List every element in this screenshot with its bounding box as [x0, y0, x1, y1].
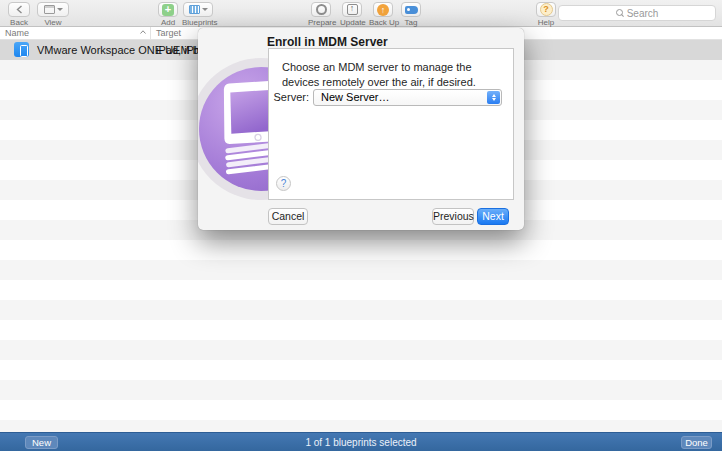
column-divider	[150, 27, 151, 40]
update-label: Update	[340, 18, 364, 27]
help-button[interactable]: ? Help	[536, 2, 556, 27]
update-arrow-icon	[347, 4, 358, 15]
backup-button[interactable]: ↑ Back Up	[369, 2, 397, 27]
search-placeholder: Search	[627, 8, 659, 19]
add-label: Add	[157, 18, 179, 27]
backup-label: Back Up	[369, 18, 397, 27]
help-question-icon: ?	[540, 3, 553, 16]
back-button[interactable]: Back	[7, 2, 31, 27]
status-bar: 1 of 1 blueprints selected New Done	[0, 432, 722, 451]
view-label: View	[36, 18, 70, 27]
blueprint-device-icon	[14, 42, 29, 57]
tag-label: Tag	[401, 18, 421, 27]
blueprints-button[interactable]: Blueprints	[182, 2, 214, 27]
dialog-title: Enroll in MDM Server	[267, 35, 388, 49]
tag-icon	[405, 6, 418, 14]
prepare-button[interactable]: Prepare	[308, 2, 334, 27]
popup-stepper-icon	[487, 91, 500, 104]
back-label: Back	[7, 18, 31, 27]
new-button[interactable]: New	[25, 436, 58, 449]
dialog-help-button[interactable]: ?	[276, 176, 291, 191]
add-button[interactable]: + Add	[157, 2, 179, 27]
add-plus-icon: +	[162, 4, 174, 16]
backup-arrow-icon: ↑	[377, 4, 389, 16]
next-button[interactable]: Next	[477, 208, 509, 225]
help-label: Help	[536, 18, 556, 27]
dialog-description: Choose an MDM server to manage the devic…	[282, 60, 504, 91]
blueprints-label: Blueprints	[182, 18, 214, 27]
chevron-down-icon	[202, 8, 208, 11]
blueprints-grid-icon	[189, 5, 200, 14]
enroll-mdm-dialog: Enroll in MDM Server Choose an MDM serve…	[198, 28, 524, 230]
server-popup[interactable]: New Server…	[313, 89, 502, 106]
server-label: Server:	[269, 91, 309, 103]
cancel-button[interactable]: Cancel	[268, 208, 308, 225]
view-grid-icon	[44, 5, 55, 14]
prepare-label: Prepare	[308, 18, 334, 27]
column-header-name[interactable]: Name	[5, 28, 29, 38]
view-button[interactable]: View	[36, 2, 70, 27]
update-button[interactable]: Update	[340, 2, 364, 27]
chevron-down-icon	[57, 8, 63, 11]
selection-status: 1 of 1 blueprints selected	[0, 433, 722, 451]
sort-ascending-icon	[140, 30, 146, 34]
tag-button[interactable]: Tag	[401, 2, 421, 27]
dialog-content-box: Choose an MDM server to manage the devic…	[268, 48, 514, 200]
previous-button[interactable]: Previous	[432, 208, 474, 225]
prepare-gear-icon	[316, 4, 327, 15]
search-icon	[616, 9, 624, 17]
chevron-left-icon	[16, 5, 23, 14]
search-input[interactable]: Search	[558, 5, 716, 21]
server-popup-value: New Server…	[321, 91, 389, 103]
toolbar: Back View + Add Blueprints Prepare Updat…	[0, 0, 722, 27]
done-button[interactable]: Done	[681, 436, 712, 449]
column-header-target[interactable]: Target	[156, 28, 181, 38]
